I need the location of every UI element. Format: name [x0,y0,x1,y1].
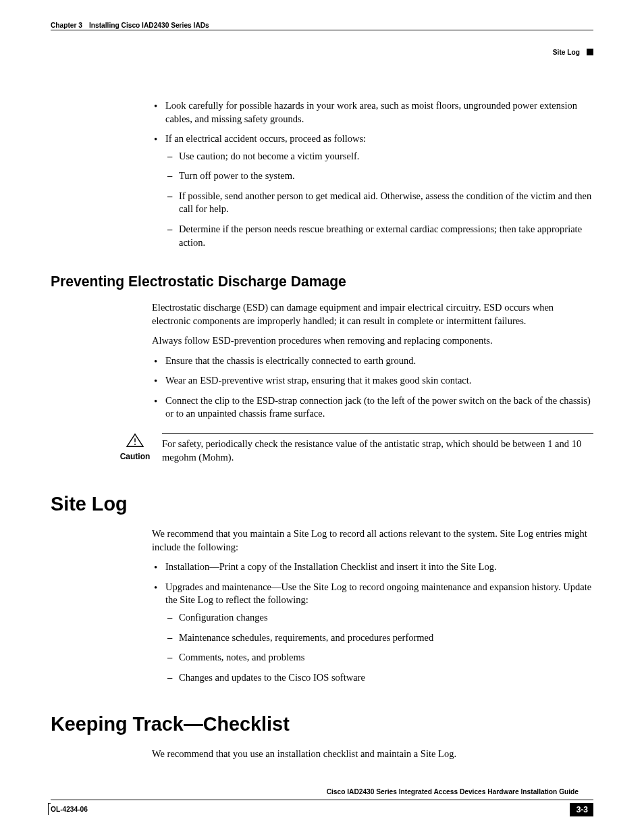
list-item: Installation—Print a copy of the Install… [152,561,593,574]
footer-rule [51,800,593,800]
page-content: Look carefully for possible hazards in y… [51,99,593,761]
esd-section: Electrostatic discharge (ESD) can damage… [152,301,593,421]
caution-left: Caution [115,433,155,461]
page-header: Chapter 3Installing Cisco IAD2430 Series… [51,20,593,41]
site-log-section: We recommend that you maintain a Site Lo… [152,527,593,684]
paragraph: We recommend that you maintain a Site Lo… [152,527,593,554]
list-item: Determine if the person needs rescue bre… [165,223,593,249]
heading-esd: Preventing Electrostatic Discharge Damag… [51,273,572,290]
list-item: If possible, send another person to get … [165,190,593,216]
paragraph: We recommend that you use an installatio… [152,748,593,761]
svg-point-1 [134,444,136,445]
list-item: Turn off power to the system. [165,170,593,183]
chapter-label: Chapter 3Installing Cisco IAD2430 Series… [51,22,212,29]
list-item: Configuration changes [165,611,593,625]
list-item: If an electrical accident occurs, procee… [152,132,593,249]
caution-right: For safety, periodically check the resis… [162,433,593,464]
list-item: Comments, notes, and problems [165,651,593,664]
chapter-title: Installing Cisco IAD2430 Series IADs [89,22,209,29]
list-item: Look carefully for possible hazards in y… [152,99,593,126]
section-label: Site Log [553,49,580,56]
heading-site-log: Site Log [51,492,572,515]
header-marker-block [587,49,593,55]
list-item: Maintenance schedules, requirements, and… [165,631,593,645]
list-item-text: Upgrades and maintenance—Use the Site Lo… [165,581,591,606]
header-rule [51,30,593,30]
list-item: Connect the clip to the ESD-strap connec… [152,394,593,421]
caution-icon [126,433,144,448]
chapter-number: Chapter 3 [51,22,82,29]
caution-block: Caution For safety, periodically check t… [115,433,593,464]
list-item-text: If an electrical accident occurs, procee… [165,133,366,144]
footer-doc-title: Cisco IAD2430 Series Integrated Access D… [51,788,579,796]
paragraph: Electrostatic discharge (ESD) can damage… [152,301,593,328]
page-subheader: Site Log [51,49,593,66]
heading-checklist: Keeping Track—Checklist [51,712,572,735]
list-item: Changes and updates to the Cisco IOS sof… [165,671,593,685]
caution-text: For safety, periodically check the resis… [162,438,581,463]
caution-rule [162,433,593,434]
list-item: Wear an ESD-preventive wrist strap, ensu… [152,374,593,388]
safety-bullets: Look carefully for possible hazards in y… [152,99,593,249]
checklist-section: We recommend that you use an installatio… [152,748,593,761]
footer-page-num: 3-3 [570,803,593,816]
footer-doc-num: OL-4234-06 [51,806,88,813]
list-item: Ensure that the chassis is electrically … [152,355,593,368]
paragraph: Always follow ESD-prevention procedures … [152,334,593,348]
caution-label: Caution [115,452,155,461]
footer-bottom: OL-4234-06 3-3 [51,804,593,816]
list-item: Use caution; do not become a victim your… [165,150,593,163]
list-item: Upgrades and maintenance—Use the Site Lo… [152,581,593,684]
page-footer: Cisco IAD2430 Series Integrated Access D… [51,788,593,816]
